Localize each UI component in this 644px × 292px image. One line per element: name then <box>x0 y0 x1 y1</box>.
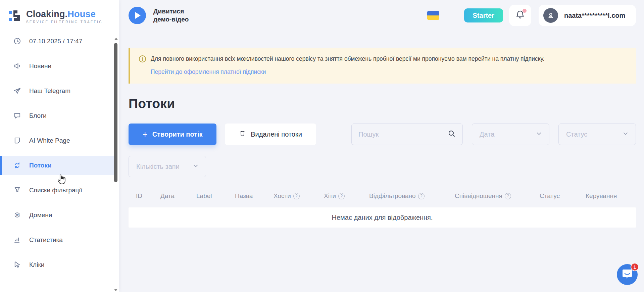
sidebar-item-news[interactable]: Новини <box>0 56 114 76</box>
main-content: Дивитися демо-відео Starter naata*******… <box>119 0 644 292</box>
col-status: Статус <box>540 192 586 200</box>
sidebar-item-domains[interactable]: w Домени <box>0 205 114 225</box>
status-filter-dropdown[interactable]: Статус <box>558 124 636 145</box>
telegram-icon <box>13 87 21 95</box>
scroll-up-icon[interactable] <box>114 38 118 40</box>
sidebar-item-label: Кліки <box>29 261 44 269</box>
warning-icon: ! <box>139 55 146 62</box>
clock-icon <box>13 37 21 45</box>
brand-name: Cloaking.House <box>26 9 96 19</box>
bar-chart-icon <box>13 236 21 244</box>
sidebar-item-clicks[interactable]: Кліки <box>0 255 114 274</box>
logo[interactable]: Cloaking.House SERVICE FILTERING TRAFFIC <box>0 0 119 24</box>
sync-icon <box>13 161 21 169</box>
sidebar-item-label: Потоки <box>29 162 52 169</box>
help-icon[interactable]: ? <box>418 193 425 199</box>
trial-warning-banner: ! Для повного використання всіх можливос… <box>129 48 636 84</box>
chat-smile-icon <box>622 269 633 281</box>
col-name: Назва <box>235 192 274 200</box>
chevron-down-icon <box>622 130 629 139</box>
sidebar-item-label: AI White Page <box>29 137 70 144</box>
sidebar-item-label: Списки фільтрації <box>29 187 82 194</box>
sidebar-item-label: Статистика <box>29 236 63 244</box>
sidebar-item-filter-lists[interactable]: Списки фільтрації <box>0 181 114 200</box>
chat-widget-button[interactable]: 1 <box>617 264 638 285</box>
controls-row: + Створити потік Видалені потоки Дата Ст… <box>129 124 636 145</box>
sidebar-item-label: Наш Telegram <box>29 87 70 95</box>
sidebar-scrollbar[interactable] <box>114 38 118 291</box>
sidebar: Cloaking.House SERVICE FILTERING TRAFFIC… <box>0 0 119 292</box>
search-box[interactable] <box>351 124 463 145</box>
user-email: naata**********l.com <box>564 12 625 19</box>
svg-text:w: w <box>16 213 18 216</box>
plus-icon: + <box>143 130 148 139</box>
user-menu[interactable]: naata**********l.com <box>539 5 636 26</box>
cursor-icon <box>13 261 21 269</box>
language-flag-ukraine[interactable] <box>427 11 439 20</box>
page-title: Потоки <box>129 96 636 111</box>
sidebar-item-telegram[interactable]: Наш Telegram <box>0 81 114 100</box>
plan-badge[interactable]: Starter <box>464 8 503 22</box>
sidebar-item-blogs[interactable]: Блоги <box>0 106 114 125</box>
col-label: Label <box>196 192 235 200</box>
sidebar-item-ai-white-page[interactable]: AI White Page <box>0 131 114 150</box>
table-header-row: ID Дата Label Назва Хости? Хіти? Відфіль… <box>129 192 636 200</box>
play-demo-button[interactable] <box>129 7 146 24</box>
sidebar-item-label: Блоги <box>29 112 47 119</box>
col-hosts: Хости? <box>274 192 324 200</box>
help-icon[interactable]: ? <box>338 193 345 199</box>
chevron-down-icon <box>192 162 199 171</box>
sidebar-nav: 07.10.2025 / 17:47 Новини Наш Telegram Б… <box>0 32 119 274</box>
col-hits: Хіти? <box>324 192 369 200</box>
chevron-down-icon <box>536 130 542 139</box>
megaphone-icon <box>13 62 21 70</box>
topbar: Дивитися демо-відео Starter naata*******… <box>129 0 636 31</box>
sidebar-item-label: Домени <box>29 211 52 219</box>
upgrade-subscription-link[interactable]: Перейти до оформлення платної підписки <box>151 68 266 76</box>
play-icon <box>135 12 141 19</box>
page-icon <box>13 137 21 145</box>
sidebar-item-streams[interactable]: Потоки <box>0 156 114 175</box>
sidebar-item-datetime[interactable]: 07.10.2025 / 17:47 <box>0 32 114 51</box>
notifications-button[interactable] <box>509 5 531 26</box>
trash-icon <box>239 130 246 139</box>
search-input[interactable] <box>358 131 448 138</box>
col-id: ID <box>136 192 160 200</box>
sidebar-item-label: 07.10.2025 / 17:47 <box>29 38 82 45</box>
scrollbar-thumb[interactable] <box>114 43 117 182</box>
banner-text: Для повного використання всіх можливосте… <box>151 55 544 63</box>
help-icon[interactable]: ? <box>293 193 300 199</box>
search-icon[interactable] <box>448 130 456 139</box>
domain-icon: w <box>13 211 21 219</box>
notification-dot <box>523 9 527 13</box>
col-filtered: Відфільтровано? <box>369 192 455 200</box>
sidebar-item-label: Новини <box>29 62 51 70</box>
brand-tagline: SERVICE FILTERING TRAFFIC <box>26 20 103 24</box>
col-actions: Керування <box>586 192 636 200</box>
date-filter-dropdown[interactable]: Дата <box>472 124 549 145</box>
funnel-icon <box>13 186 21 194</box>
per-page-dropdown[interactable]: Кількість запи <box>129 156 206 177</box>
help-icon[interactable]: ? <box>505 193 511 199</box>
chat-unread-badge: 1 <box>631 263 639 271</box>
scroll-down-icon[interactable] <box>114 289 117 291</box>
logo-icon <box>8 9 22 24</box>
chat-bubble-icon <box>13 112 21 120</box>
deleted-streams-button[interactable]: Видалені потоки <box>225 124 316 145</box>
create-stream-button[interactable]: + Створити потік <box>129 124 216 145</box>
col-ratio: Співвідношення? <box>455 192 540 200</box>
table-empty-state: Немає даних для відображення. <box>129 207 636 228</box>
sidebar-item-statistics[interactable]: Статистика <box>0 230 114 249</box>
demo-video-label[interactable]: Дивитися демо-відео <box>153 7 189 23</box>
col-date: Дата <box>160 192 196 200</box>
avatar <box>543 8 558 23</box>
